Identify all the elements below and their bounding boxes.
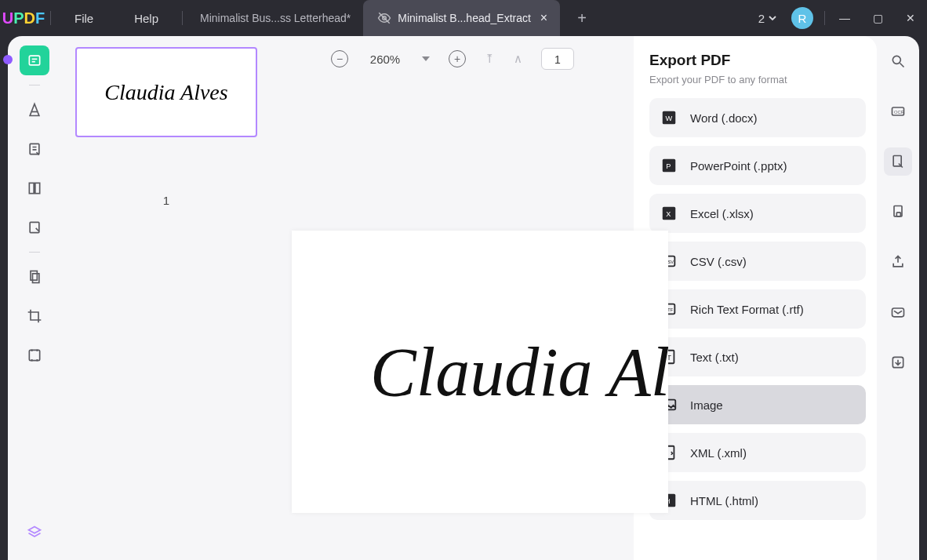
window-minimize[interactable]: — — [828, 12, 861, 24]
svg-rect-36 — [896, 213, 900, 216]
tool-organize[interactable] — [20, 173, 49, 203]
export-option-label: HTML (.html) — [690, 494, 758, 507]
xls-icon: X — [660, 205, 678, 222]
avatar[interactable]: R — [791, 7, 813, 29]
export-option-label: Text (.txt) — [690, 351, 739, 364]
export-option-label: Image — [690, 398, 723, 412]
export-panel: Export PDF Export your PDF to any format… — [634, 36, 877, 560]
svg-rect-8 — [35, 183, 40, 193]
right-rail: OCR — [877, 36, 919, 560]
view-toolbar: − 260% + ⤒ ∧ 1 — [271, 36, 634, 82]
ocr-button[interactable]: OCR — [884, 97, 912, 125]
left-rail — [8, 36, 61, 560]
export-option-img[interactable]: Image — [649, 385, 866, 424]
canvas-area: − 260% + ⤒ ∧ 1 Claudia Alves — [271, 36, 634, 560]
page-number-input[interactable]: 1 — [541, 48, 574, 70]
export-option-word[interactable]: WWord (.docx) — [649, 98, 866, 137]
window-close[interactable]: ✕ — [894, 12, 927, 24]
save-button[interactable] — [884, 348, 912, 376]
separator — [50, 11, 51, 25]
thumbnail-preview-text: Claudia Alves — [104, 80, 227, 105]
export-option-html[interactable]: HHTML (.html) — [649, 481, 866, 520]
separator — [182, 11, 183, 25]
export-panel-title: Export PDF — [649, 52, 866, 69]
word-icon: W — [660, 109, 678, 126]
svg-rect-9 — [30, 222, 39, 232]
search-button[interactable] — [884, 47, 912, 75]
workspace: Claudia Alves 1 − 260% + ⤒ ∧ 1 Claudia A… — [8, 36, 919, 560]
export-option-label: XML (.xml) — [690, 446, 747, 460]
app-logo: UPDF — [0, 9, 47, 27]
svg-rect-12 — [29, 350, 39, 360]
tab-doc-2[interactable]: Minimalist B...head_Extract × — [363, 0, 560, 36]
export-option-ppt[interactable]: PPowerPoint (.pptx) — [649, 146, 866, 185]
window-maximize[interactable]: ▢ — [861, 12, 894, 24]
tab-label: Minimalist Bus...ss Letterhead* — [200, 12, 351, 24]
svg-rect-11 — [33, 274, 39, 283]
svg-line-31 — [900, 64, 904, 67]
title-bar: UPDF File Help Minimalist Bus...ss Lette… — [0, 0, 927, 36]
menu-file[interactable]: File — [54, 12, 114, 25]
svg-rect-10 — [31, 271, 37, 281]
svg-text:OCR: OCR — [894, 110, 904, 115]
export-option-label: PowerPoint (.pptx) — [690, 159, 787, 173]
tab-label: Minimalist B...head_Extract — [398, 12, 531, 24]
tool-crop[interactable] — [20, 301, 49, 331]
tool-fill[interactable] — [20, 213, 49, 242]
document-page[interactable]: Claudia Alves — [292, 231, 668, 513]
svg-rect-2 — [29, 56, 39, 65]
svg-point-30 — [892, 56, 900, 64]
eye-off-icon — [377, 11, 391, 25]
export-button[interactable] — [884, 147, 912, 176]
svg-text:X: X — [666, 210, 671, 218]
svg-rect-37 — [892, 308, 904, 317]
add-tab-button[interactable]: + — [571, 9, 593, 27]
export-panel-subtitle: Export your PDF to any format — [649, 74, 866, 85]
svg-rect-7 — [29, 183, 34, 193]
protect-button[interactable] — [884, 198, 912, 226]
zoom-dropdown[interactable] — [422, 56, 430, 61]
export-option-label: Word (.docx) — [690, 111, 758, 125]
sidebar-handle[interactable] — [3, 55, 13, 64]
export-option-xml[interactable]: XML (.xml) — [649, 433, 866, 472]
thumbnail-strip: Claudia Alves 1 — [61, 36, 271, 560]
share-button[interactable] — [884, 248, 912, 276]
zoom-in-button[interactable]: + — [449, 50, 466, 67]
first-page-button[interactable]: ⤒ — [485, 52, 495, 66]
export-option-csv[interactable]: CSVCSV (.csv) — [649, 242, 866, 281]
menu-help[interactable]: Help — [114, 12, 179, 25]
export-option-label: CSV (.csv) — [690, 255, 747, 268]
separator — [824, 11, 825, 25]
tool-annotate[interactable] — [20, 95, 49, 125]
tab-doc-1[interactable]: Minimalist Bus...ss Letterhead* — [186, 0, 363, 36]
ppt-icon: P — [660, 157, 678, 174]
export-option-xls[interactable]: XExcel (.xlsx) — [649, 194, 866, 233]
tool-edit[interactable] — [20, 134, 49, 164]
doc-count[interactable]: 2 — [758, 12, 777, 25]
svg-text:P: P — [666, 162, 671, 170]
document-content-text: Claudia Alves — [370, 333, 668, 412]
chevron-down-icon — [768, 13, 777, 23]
export-option-label: Rich Text Format (.rtf) — [690, 303, 804, 316]
tool-redact[interactable] — [20, 340, 49, 370]
email-button[interactable] — [884, 298, 912, 326]
thumbnail-page-number: 1 — [69, 194, 264, 207]
svg-text:W: W — [665, 115, 672, 122]
tool-pages[interactable] — [20, 262, 49, 292]
tool-layers[interactable] — [20, 518, 49, 547]
zoom-out-button[interactable]: − — [331, 50, 348, 67]
export-option-label: Excel (.xlsx) — [690, 207, 754, 220]
export-option-rtf[interactable]: RTFRich Text Format (.rtf) — [649, 289, 866, 329]
zoom-percent[interactable]: 260% — [367, 53, 403, 66]
export-option-txt[interactable]: TText (.txt) — [649, 337, 866, 376]
tool-reader[interactable] — [20, 45, 49, 75]
thumbnail-page-1[interactable]: Claudia Alves — [75, 47, 257, 137]
close-icon[interactable]: × — [540, 11, 547, 25]
prev-page-button[interactable]: ∧ — [514, 52, 522, 66]
